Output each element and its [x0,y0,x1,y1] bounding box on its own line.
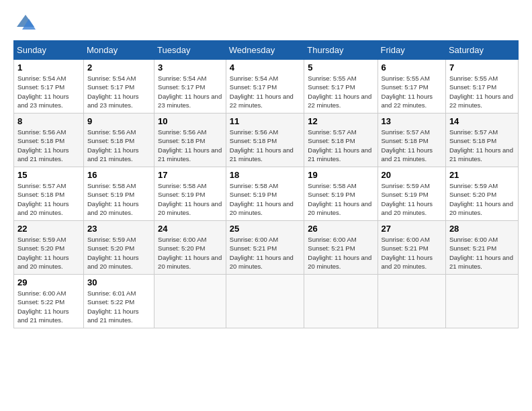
calendar-cell: 1 Sunrise: 5:54 AMSunset: 5:17 PMDayligh… [14,60,84,113]
day-info: Sunrise: 5:54 AMSunset: 5:17 PMDaylight:… [17,74,80,109]
calendar-week-1: 1 Sunrise: 5:54 AMSunset: 5:17 PMDayligh… [14,60,519,113]
calendar-cell: 15 Sunrise: 5:57 AMSunset: 5:18 PMDaylig… [14,167,84,221]
day-number: 13 [382,116,442,126]
day-info: Sunrise: 5:55 AMSunset: 5:17 PMDaylight:… [449,74,515,109]
calendar-cell: 4 Sunrise: 5:54 AMSunset: 5:17 PMDayligh… [226,60,304,113]
calendar-cell: 14 Sunrise: 5:57 AMSunset: 5:18 PMDaylig… [445,113,518,167]
day-info: Sunrise: 5:58 AMSunset: 5:19 PMDaylight:… [158,181,222,217]
day-info: Sunrise: 5:58 AMSunset: 5:19 PMDaylight:… [308,181,373,217]
weekday-sunday: Sunday [14,41,84,60]
day-number: 15 [17,170,80,180]
day-info: Sunrise: 5:58 AMSunset: 5:19 PMDaylight:… [230,181,301,217]
calendar-cell: 12 Sunrise: 5:57 AMSunset: 5:18 PMDaylig… [304,113,378,167]
calendar-week-3: 15 Sunrise: 5:57 AMSunset: 5:18 PMDaylig… [14,167,519,221]
weekday-header-row: SundayMondayTuesdayWednesdayThursdayFrid… [14,41,519,60]
day-number: 30 [87,277,150,287]
day-number: 28 [449,224,515,234]
day-info: Sunrise: 5:57 AMSunset: 5:18 PMDaylight:… [382,128,442,163]
day-number: 29 [17,277,80,287]
day-info: Sunrise: 5:56 AMSunset: 5:18 PMDaylight:… [158,128,222,163]
day-number: 5 [308,62,373,73]
day-info: Sunrise: 5:58 AMSunset: 5:19 PMDaylight:… [87,181,150,217]
weekday-friday: Friday [378,41,445,60]
day-info: Sunrise: 5:59 AMSunset: 5:19 PMDaylight:… [382,181,442,217]
calendar-week-4: 22 Sunrise: 5:59 AMSunset: 5:20 PMDaylig… [14,221,519,275]
day-info: Sunrise: 6:00 AMSunset: 5:22 PMDaylight:… [17,289,80,324]
day-info: Sunrise: 5:55 AMSunset: 5:17 PMDaylight:… [382,74,442,109]
page-header [13,13,519,34]
day-number: 25 [230,224,301,234]
calendar-cell: 6 Sunrise: 5:55 AMSunset: 5:17 PMDayligh… [378,60,445,113]
calendar-cell [445,275,518,328]
logo [13,13,36,34]
calendar-cell: 28 Sunrise: 6:00 AMSunset: 5:21 PMDaylig… [445,221,518,275]
calendar-cell: 5 Sunrise: 5:55 AMSunset: 5:17 PMDayligh… [304,60,378,113]
logo-icon [15,13,36,34]
calendar-cell: 22 Sunrise: 5:59 AMSunset: 5:20 PMDaylig… [14,221,84,275]
day-info: Sunrise: 6:01 AMSunset: 5:22 PMDaylight:… [87,289,150,324]
day-info: Sunrise: 6:00 AMSunset: 5:20 PMDaylight:… [158,235,222,271]
calendar-body: 1 Sunrise: 5:54 AMSunset: 5:17 PMDayligh… [14,60,519,328]
day-info: Sunrise: 5:56 AMSunset: 5:18 PMDaylight:… [230,128,301,163]
calendar-cell: 17 Sunrise: 5:58 AMSunset: 5:19 PMDaylig… [154,167,226,221]
weekday-saturday: Saturday [445,41,518,60]
calendar-cell: 29 Sunrise: 6:00 AMSunset: 5:22 PMDaylig… [14,275,84,328]
day-number: 19 [308,170,373,180]
weekday-thursday: Thursday [304,41,378,60]
day-number: 21 [449,170,515,180]
calendar-cell [304,275,378,328]
day-number: 20 [382,170,442,180]
day-info: Sunrise: 6:00 AMSunset: 5:21 PMDaylight:… [308,235,373,271]
calendar-table: SundayMondayTuesdayWednesdayThursdayFrid… [13,40,519,328]
calendar-cell [226,275,304,328]
calendar-cell [378,275,445,328]
calendar-week-5: 29 Sunrise: 6:00 AMSunset: 5:22 PMDaylig… [14,275,519,328]
day-number: 18 [230,170,301,180]
day-info: Sunrise: 6:00 AMSunset: 5:21 PMDaylight:… [449,235,515,271]
calendar-cell: 10 Sunrise: 5:56 AMSunset: 5:18 PMDaylig… [154,113,226,167]
calendar-cell: 24 Sunrise: 6:00 AMSunset: 5:20 PMDaylig… [154,221,226,275]
calendar-cell: 27 Sunrise: 6:00 AMSunset: 5:21 PMDaylig… [378,221,445,275]
weekday-wednesday: Wednesday [226,41,304,60]
calendar-cell: 20 Sunrise: 5:59 AMSunset: 5:19 PMDaylig… [378,167,445,221]
day-number: 23 [87,224,150,234]
day-info: Sunrise: 5:57 AMSunset: 5:18 PMDaylight:… [449,128,515,163]
day-info: Sunrise: 5:54 AMSunset: 5:17 PMDaylight:… [87,74,150,109]
day-info: Sunrise: 5:54 AMSunset: 5:17 PMDaylight:… [230,74,301,109]
day-number: 14 [449,116,515,126]
day-info: Sunrise: 5:59 AMSunset: 5:20 PMDaylight:… [449,181,515,217]
day-info: Sunrise: 5:59 AMSunset: 5:20 PMDaylight:… [87,235,150,271]
calendar-cell: 23 Sunrise: 5:59 AMSunset: 5:20 PMDaylig… [84,221,154,275]
day-number: 16 [87,170,150,180]
calendar-cell: 2 Sunrise: 5:54 AMSunset: 5:17 PMDayligh… [84,60,154,113]
day-number: 6 [382,62,442,73]
day-info: Sunrise: 5:55 AMSunset: 5:17 PMDaylight:… [308,74,373,109]
day-number: 12 [308,116,373,126]
calendar-cell: 30 Sunrise: 6:01 AMSunset: 5:22 PMDaylig… [84,275,154,328]
day-number: 11 [230,116,301,126]
day-number: 27 [382,224,442,234]
day-info: Sunrise: 5:54 AMSunset: 5:17 PMDaylight:… [158,74,222,109]
calendar-cell: 19 Sunrise: 5:58 AMSunset: 5:19 PMDaylig… [304,167,378,221]
day-number: 9 [87,116,150,126]
day-number: 7 [449,62,515,73]
day-number: 1 [17,62,80,73]
day-info: Sunrise: 6:00 AMSunset: 5:21 PMDaylight:… [230,235,301,271]
calendar-cell [154,275,226,328]
day-number: 22 [17,224,80,234]
day-number: 10 [158,116,222,126]
day-number: 2 [87,62,150,73]
calendar-cell: 8 Sunrise: 5:56 AMSunset: 5:18 PMDayligh… [14,113,84,167]
day-number: 17 [158,170,222,180]
day-number: 4 [230,62,301,73]
calendar-cell: 3 Sunrise: 5:54 AMSunset: 5:17 PMDayligh… [154,60,226,113]
calendar-cell: 16 Sunrise: 5:58 AMSunset: 5:19 PMDaylig… [84,167,154,221]
calendar-cell: 9 Sunrise: 5:56 AMSunset: 5:18 PMDayligh… [84,113,154,167]
day-info: Sunrise: 5:57 AMSunset: 5:18 PMDaylight:… [17,181,80,217]
calendar-cell: 26 Sunrise: 6:00 AMSunset: 5:21 PMDaylig… [304,221,378,275]
day-number: 8 [17,116,80,126]
calendar-week-2: 8 Sunrise: 5:56 AMSunset: 5:18 PMDayligh… [14,113,519,167]
calendar-cell: 7 Sunrise: 5:55 AMSunset: 5:17 PMDayligh… [445,60,518,113]
calendar-cell: 25 Sunrise: 6:00 AMSunset: 5:21 PMDaylig… [226,221,304,275]
day-info: Sunrise: 6:00 AMSunset: 5:21 PMDaylight:… [382,235,442,271]
